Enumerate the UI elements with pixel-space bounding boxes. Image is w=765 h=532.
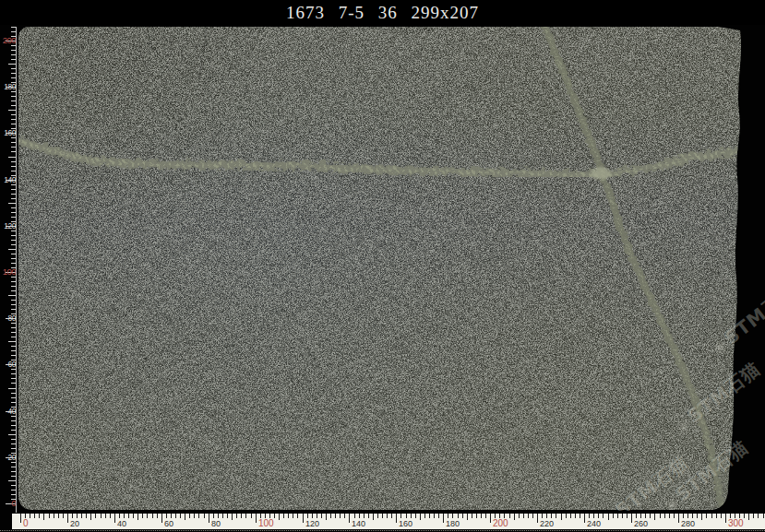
h-ruler-tick xyxy=(377,514,378,518)
v-ruler-label: 60 xyxy=(1,360,16,369)
h-ruler-tick xyxy=(128,514,129,518)
h-ruler-tick xyxy=(664,514,665,518)
v-ruler-tick xyxy=(11,373,16,374)
v-ruler-tick xyxy=(11,77,16,78)
h-ruler-tick xyxy=(763,514,764,518)
h-ruler-tick xyxy=(485,514,486,518)
h-ruler-tick xyxy=(317,514,317,518)
h-ruler-tick xyxy=(443,514,444,523)
h-ruler-tick xyxy=(303,514,304,523)
v-ruler-label: 180 xyxy=(1,82,16,91)
h-ruler-tick xyxy=(321,514,322,518)
h-ruler-tick xyxy=(297,514,298,518)
v-ruler-tick xyxy=(11,50,16,51)
h-ruler-tick xyxy=(133,514,134,518)
h-ruler-tick xyxy=(499,514,500,518)
v-ruler-tick xyxy=(11,416,16,417)
h-ruler-tick xyxy=(452,514,453,518)
h-ruler-label: 60 xyxy=(164,519,173,528)
h-ruler-tick xyxy=(683,514,684,518)
h-ruler-tick xyxy=(119,514,120,518)
h-ruler-tick xyxy=(556,514,556,518)
v-ruler-tick xyxy=(11,476,16,477)
h-ruler-tick xyxy=(161,514,162,523)
h-ruler-tick xyxy=(209,514,209,523)
h-ruler-tick xyxy=(251,514,252,518)
h-ruler-tick xyxy=(514,514,515,520)
h-ruler-tick xyxy=(438,514,439,518)
h-ruler-label: 100 xyxy=(258,519,274,528)
h-ruler-tick xyxy=(25,514,26,518)
vertical-ruler-axis xyxy=(16,27,17,514)
h-ruler-tick xyxy=(617,514,618,518)
v-ruler-tick xyxy=(11,82,16,83)
h-ruler-tick xyxy=(716,514,717,518)
h-ruler-tick xyxy=(222,514,223,518)
h-ruler-label: 200 xyxy=(493,519,508,528)
v-ruler-tick xyxy=(11,114,16,115)
h-ruler-tick xyxy=(495,514,496,518)
v-ruler-tick xyxy=(11,323,16,324)
v-ruler-tick xyxy=(11,425,16,426)
v-ruler-tick xyxy=(11,443,16,444)
h-ruler-tick xyxy=(30,514,30,518)
v-ruler-tick xyxy=(8,480,16,481)
h-ruler-label: 140 xyxy=(352,519,365,528)
v-ruler-label: 100 xyxy=(1,267,16,277)
h-ruler-tick xyxy=(669,514,670,518)
h-ruler-tick xyxy=(344,514,345,518)
h-ruler-tick xyxy=(101,514,102,518)
h-ruler-tick xyxy=(185,514,185,520)
v-ruler-tick xyxy=(11,439,16,440)
vertical-ruler: 020406080100120140160180200 xyxy=(0,25,18,513)
h-ruler-tick xyxy=(551,514,552,518)
v-ruler-tick xyxy=(11,402,16,403)
v-ruler-tick xyxy=(11,171,16,171)
v-ruler-label: 200 xyxy=(1,36,16,45)
h-ruler-label: 0 xyxy=(23,519,29,528)
v-ruler-label: 40 xyxy=(1,407,16,416)
h-ruler-tick xyxy=(462,514,463,518)
h-ruler-tick xyxy=(429,514,430,518)
h-ruler-tick xyxy=(175,514,176,518)
v-ruler-label: 140 xyxy=(1,175,16,184)
horizontal-ruler: 0204060801001201401601802002202402602803… xyxy=(12,513,765,529)
h-ruler-tick xyxy=(354,514,355,518)
h-ruler-tick xyxy=(114,514,115,523)
h-ruler-tick xyxy=(584,514,585,523)
slab-photo xyxy=(13,23,751,514)
h-ruler-tick xyxy=(660,514,661,518)
v-ruler-tick xyxy=(11,147,16,148)
h-ruler-tick xyxy=(20,514,21,523)
h-ruler-tick xyxy=(81,514,82,518)
v-ruler-tick xyxy=(11,313,16,314)
h-ruler-tick xyxy=(227,514,228,518)
v-ruler-tick xyxy=(11,124,16,124)
v-ruler-tick xyxy=(11,471,16,472)
h-ruler-tick xyxy=(171,514,172,518)
h-ruler-tick xyxy=(523,514,524,518)
h-ruler-tick xyxy=(735,514,735,518)
h-ruler-tick xyxy=(218,514,219,518)
v-ruler-tick xyxy=(11,350,16,351)
v-ruler-tick xyxy=(8,295,16,296)
h-ruler-tick xyxy=(124,514,125,518)
h-ruler-tick xyxy=(509,514,510,518)
v-ruler-tick xyxy=(11,137,16,138)
h-ruler-tick xyxy=(631,514,632,523)
h-ruler-tick xyxy=(245,514,246,518)
h-ruler-tick xyxy=(458,514,459,518)
h-ruler-tick xyxy=(739,514,740,518)
v-ruler-tick xyxy=(11,161,16,162)
slab-scanner-window: ◉ STM石猫 ◉ STM石猫 ◉ STM石猫 ◉ STM石猫 1673 7-5… xyxy=(0,0,765,532)
h-ruler-tick xyxy=(49,514,50,518)
v-ruler-tick xyxy=(11,467,16,467)
h-ruler-tick xyxy=(627,514,628,518)
slab-canvas[interactable] xyxy=(0,0,765,532)
h-ruler-tick xyxy=(721,514,722,518)
h-ruler-tick xyxy=(335,514,336,518)
h-ruler-tick xyxy=(373,514,374,520)
v-ruler-label: 120 xyxy=(1,221,16,231)
h-ruler-tick xyxy=(546,514,547,518)
v-ruler-tick xyxy=(11,207,16,208)
